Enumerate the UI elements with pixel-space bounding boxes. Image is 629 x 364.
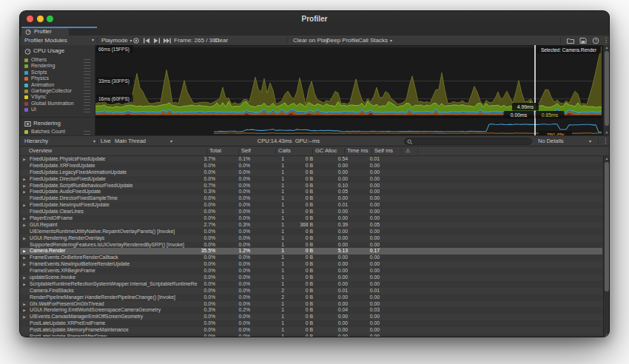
table-row[interactable]: ▶FixedUpdate.DirectorFixedUpdate0.0%0.0%… <box>20 176 602 183</box>
tab-profiler[interactable]: Profiler <box>21 28 69 36</box>
scroll-down-icon[interactable]: ▼ <box>604 130 610 135</box>
record-button[interactable] <box>131 37 141 44</box>
legend-item-animation[interactable]: Animation <box>20 82 95 88</box>
legend-item-ui[interactable]: UI <box>20 107 95 112</box>
expand-icon[interactable]: ▶ <box>23 255 25 261</box>
table-row[interactable]: ▶UGUI.Rendering.RenderOverlays0.0%0.0%10… <box>20 235 602 242</box>
table-row[interactable]: ▶updateScene.Invoke0.0%0.0%10 B0.000.00 <box>20 274 602 281</box>
legend-item-scripts[interactable]: Scripts <box>20 70 95 75</box>
table-row[interactable]: ▶FrameEvents.NewInputBeforeRenderUpdate0… <box>20 261 602 268</box>
playmode-dropdown[interactable]: Playmode▾ <box>101 36 132 45</box>
cpu-usage-module[interactable]: CPU Usage <box>20 47 95 55</box>
scrollbar-thumb[interactable] <box>605 162 609 291</box>
load-profile-icon[interactable] <box>565 37 576 44</box>
expand-icon[interactable]: ▶ <box>23 262 25 268</box>
live-toggle[interactable]: Live <box>101 136 111 146</box>
expand-icon[interactable]: ▶ <box>23 274 25 280</box>
table-row[interactable]: ▶FixedUpdate.NewInputFixedUpdate0.0%0.0%… <box>20 202 602 209</box>
expand-icon[interactable]: ▶ <box>23 301 25 307</box>
column-self[interactable]: Self <box>241 146 251 155</box>
thread-dropdown[interactable]: Main Thread <box>115 136 146 146</box>
column-time-ms[interactable]: Time ms <box>347 146 368 155</box>
current-frame-button[interactable] <box>162 37 172 44</box>
expand-icon[interactable]: ▶ <box>23 235 25 241</box>
next-frame-button[interactable] <box>152 37 162 44</box>
legend-item-global-illumination[interactable]: Global Illumination <box>20 101 95 107</box>
expand-icon[interactable]: ▶ <box>23 308 25 314</box>
scroll-up-icon[interactable]: ▲ <box>604 156 610 161</box>
expand-icon[interactable]: ▶ <box>23 189 25 195</box>
warning-icon[interactable]: ⚠ <box>406 146 410 155</box>
legend-item-batches-count[interactable]: Batches Count <box>20 129 95 135</box>
table-row[interactable]: FixedUpdate.LegacyFixedAnimationUpdate0.… <box>20 169 602 176</box>
expand-icon[interactable]: ▶ <box>23 222 25 228</box>
column-self-ms[interactable]: Self ms <box>374 146 393 155</box>
expand-icon[interactable]: ▶ <box>23 156 25 162</box>
expand-icon[interactable]: ▶ <box>23 176 25 182</box>
context-menu-icon[interactable]: ⋮ <box>602 136 608 146</box>
help-icon[interactable]: ? <box>591 37 601 44</box>
clear-on-play-button[interactable]: Clear on Play <box>293 36 329 45</box>
drag-handle-icon[interactable] <box>84 90 90 94</box>
table-row[interactable]: ▶FixedUpdate.PhysicsFixedUpdate3.7%0.1%1… <box>20 156 602 163</box>
cpu-usage-chart[interactable]: 66ms (15FPS)33ms (30FPS)16ms (60FPS)Sele… <box>95 45 602 135</box>
column-calls[interactable]: Calls <box>278 146 291 155</box>
table-row[interactable]: ▶FrameEvents.OnBeforeRenderCallback0.0%0… <box>20 255 602 261</box>
prev-frame-button[interactable] <box>141 37 152 44</box>
drag-handle-icon[interactable] <box>84 59 90 63</box>
table-row[interactable]: ▶UIEvents.CanvasManagerEmitOffScreenGeom… <box>20 314 602 320</box>
table-row[interactable]: PostLateUpdate.XRPreEndFrame0.0%0.0%10 B… <box>20 320 602 327</box>
scroll-down-icon[interactable]: ▼ <box>604 333 610 337</box>
save-profile-icon[interactable] <box>578 37 588 44</box>
drag-handle-icon[interactable] <box>84 84 90 87</box>
drag-handle-icon[interactable] <box>84 71 90 75</box>
table-row[interactable]: RenderPipelineManager.HandleRenderPipeli… <box>20 294 602 301</box>
legend-item-physics[interactable]: Physics <box>20 75 95 81</box>
table-row[interactable]: ▶Camera.Render35.5%1.2%10 B5.130.17 <box>20 248 602 255</box>
clear-button[interactable]: Clear <box>214 36 228 45</box>
expand-icon[interactable]: ▶ <box>23 314 25 320</box>
table-row[interactable]: ▶GUI.Repaint2.7%0.3%1368 B0.390.05 <box>20 222 602 229</box>
table-row[interactable]: ▶UGUI.Rendering.EmitWorldScreenspaceCame… <box>20 307 602 314</box>
legend-item-vsync[interactable]: VSync <box>20 94 95 100</box>
table-row[interactable]: ▶FixedUpdate.AudioFixedUpdate0.3%0.0%10 … <box>20 189 602 195</box>
table-row[interactable]: FixedUpdate.DirectorFixedSampleTime0.0%0… <box>20 195 602 202</box>
expand-icon[interactable]: ▶ <box>23 203 25 209</box>
table-row[interactable]: ▶PlayerEndOfFrame0.0%0.0%10 B0.000.00 <box>20 215 602 222</box>
scrollbar-thumb[interactable] <box>605 51 609 126</box>
table-row[interactable]: ▶ScriptableRuntimeReflectionSystemWrappe… <box>20 281 602 288</box>
table-row[interactable]: Camera.FindStacks0.0%0.0%20 B0.010.01 <box>20 288 602 294</box>
scroll-up-icon[interactable]: ▲ <box>604 45 610 50</box>
table-row[interactable]: FrameEvents.XRBeginFrame0.0%0.0%10 B0.00… <box>20 268 602 274</box>
details-dropdown[interactable]: No Details <box>538 136 564 146</box>
expand-icon[interactable]: ▶ <box>23 215 25 221</box>
table-row[interactable]: UIElementsRuntimeUtilityNative.RepaintOv… <box>20 229 602 235</box>
table-scrollbar[interactable]: ▲ ▼ <box>603 156 610 337</box>
call-stacks-dropdown[interactable]: Call Stacks▾ <box>358 36 392 45</box>
table-row[interactable]: FixedUpdate.ClearLines0.0%0.0%10 B0.000.… <box>20 209 602 215</box>
view-mode-dropdown[interactable]: Hierarchy <box>24 136 48 146</box>
table-row[interactable]: PostLateUpdate.MemoryFrameMaintenance0.0… <box>20 327 602 334</box>
search-input[interactable] <box>404 138 532 145</box>
drag-handle-icon[interactable] <box>84 102 90 106</box>
legend-item-rendering[interactable]: Rendering <box>20 63 95 69</box>
table-row[interactable]: ▶Gfx.WaitForPresentOnGfxThread0.0%0.0%10… <box>20 301 602 308</box>
legend-item-others[interactable]: Others <box>20 57 95 63</box>
chart-scrollbar[interactable]: ▲ ▼ <box>603 45 610 135</box>
table-row[interactable]: SupportedRenderingFeatures.IsUIOverlayRe… <box>20 242 602 249</box>
table-row[interactable]: FixedUpdate.XRFixedUpdate0.0%0.0%10 B0.0… <box>20 163 602 169</box>
drag-handle-icon[interactable] <box>84 131 90 135</box>
column-overview[interactable]: Overview <box>29 146 52 155</box>
drag-handle-icon[interactable] <box>84 109 90 112</box>
column-gc-alloc[interactable]: GC Alloc <box>315 146 337 155</box>
legend-item-garbagecollector[interactable]: GarbageCollector <box>20 88 95 94</box>
expand-icon[interactable]: ▶ <box>23 249 25 255</box>
drag-handle-icon[interactable] <box>84 65 90 69</box>
deep-profile-button[interactable]: Deep Profile <box>326 36 359 45</box>
drag-handle-icon[interactable] <box>84 96 90 100</box>
expand-icon[interactable]: ▶ <box>23 281 25 287</box>
profiler-modules-dropdown[interactable]: Profiler Modules <box>24 36 67 45</box>
column-total[interactable]: Total <box>209 146 221 155</box>
table-row[interactable]: PostLateUpdate.PresentAfterDraw0.0%0.0%1… <box>20 334 602 337</box>
drag-handle-icon[interactable] <box>84 78 90 81</box>
